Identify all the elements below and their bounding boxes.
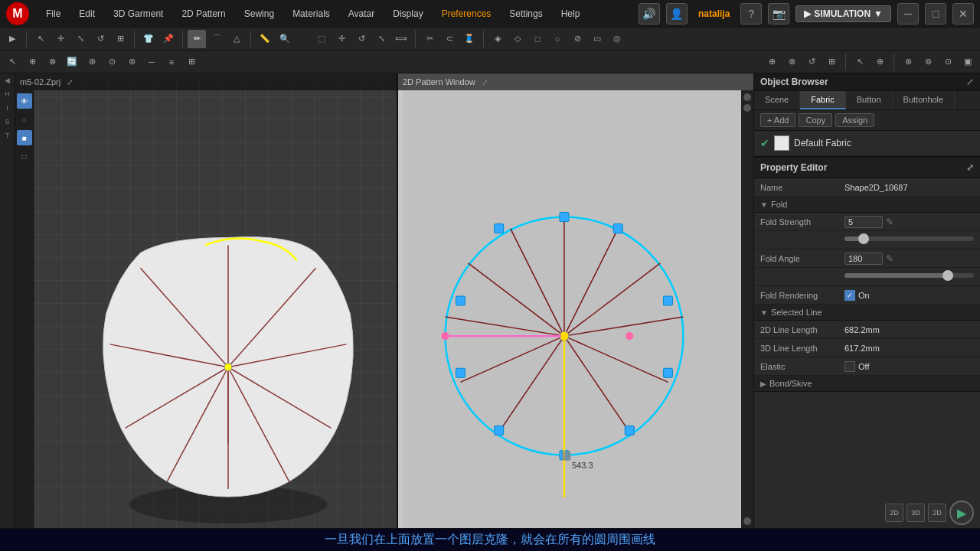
expand-icon[interactable]: ▶ xyxy=(3,30,21,48)
fold-angle-slider[interactable] xyxy=(844,273,974,278)
ls-btn5[interactable]: T xyxy=(2,132,14,144)
close-icon[interactable]: ✕ xyxy=(952,3,974,24)
2d-tool11[interactable]: ⊘ xyxy=(568,30,586,48)
menu-3d-garment[interactable]: 3D Garment xyxy=(106,5,171,22)
r2-2d-t2[interactable]: ⊗ xyxy=(782,53,801,71)
ob-copy-button[interactable]: Copy xyxy=(799,113,832,127)
view-2d3d-btn[interactable]: 2D xyxy=(928,504,946,522)
fold-angle-edit-icon[interactable]: ✎ xyxy=(886,253,893,264)
view-perspective[interactable]: 👁 xyxy=(17,93,32,109)
r2-t10[interactable]: ⊞ xyxy=(182,53,201,71)
menu-settings[interactable]: Settings xyxy=(501,5,550,22)
menu-file[interactable]: File xyxy=(38,5,68,22)
2d-tool7[interactable]: ◈ xyxy=(488,30,507,48)
2d-tool8[interactable]: ◇ xyxy=(508,30,527,48)
r2-2d-t8[interactable]: ⊚ xyxy=(919,53,937,71)
2d-tool12[interactable]: ▭ xyxy=(588,30,606,48)
view-2d-btn[interactable]: 2D xyxy=(885,504,903,522)
ob-add-button[interactable]: + Add xyxy=(760,113,795,127)
ls-btn4[interactable]: S xyxy=(2,118,14,130)
move-tool[interactable]: ✛ xyxy=(51,30,70,48)
2d-tool13[interactable]: ◎ xyxy=(608,30,626,48)
2d-select[interactable]: ⬚ xyxy=(312,30,331,48)
r2-2d-t1[interactable]: ⊕ xyxy=(763,53,781,71)
r2-t7[interactable]: ⊚ xyxy=(122,53,141,71)
2d-mirror[interactable]: ⟺ xyxy=(392,30,410,48)
fold-strength-slider[interactable] xyxy=(844,236,974,241)
speaker-icon[interactable]: 🔊 xyxy=(639,3,660,24)
r2-t8[interactable]: ─ xyxy=(142,53,161,71)
pe-elastic-toggle[interactable]: Off xyxy=(844,361,869,372)
2d-side-dot2[interactable] xyxy=(743,104,751,112)
menu-edit[interactable]: Edit xyxy=(71,5,103,22)
2d-move[interactable]: ✛ xyxy=(332,30,351,48)
fold-strength-field[interactable] xyxy=(844,216,883,228)
rotate-tool[interactable]: ↺ xyxy=(91,30,109,48)
r2-2d-t6[interactable]: ⊕ xyxy=(871,53,889,71)
r2-2d-t4[interactable]: ⊞ xyxy=(822,53,841,71)
view-front[interactable]: ○ xyxy=(17,112,32,127)
scale-tool[interactable]: ⤡ xyxy=(71,30,90,48)
view-wireframe[interactable]: □ xyxy=(17,148,32,164)
capture-icon[interactable]: 📷 xyxy=(768,3,789,24)
menu-display[interactable]: Display xyxy=(385,5,430,22)
tab-buttonhole[interactable]: Buttonhole xyxy=(893,91,956,109)
2d-expand-icon[interactable]: ⤢ xyxy=(482,78,488,86)
play-button[interactable]: ▶ xyxy=(949,500,974,525)
2d-merge[interactable]: ⊂ xyxy=(440,30,459,48)
2d-scale[interactable]: ⤡ xyxy=(372,30,390,48)
2d-side-dot1[interactable] xyxy=(743,93,751,101)
ls-btn2[interactable]: H xyxy=(2,90,14,103)
minimize-icon[interactable]: ─ xyxy=(897,3,919,24)
expand-panel-icon[interactable]: ⤢ xyxy=(67,78,73,86)
maximize-icon[interactable]: □ xyxy=(925,3,946,24)
menu-avatar[interactable]: Avatar xyxy=(341,5,382,22)
pin-tool[interactable]: 📌 xyxy=(159,30,178,48)
pe-bond-skive-section[interactable]: ▶ Bond/Skive xyxy=(754,376,980,392)
menu-preferences[interactable]: Preferences xyxy=(434,5,499,22)
fold-rendering-checkbox[interactable]: ✓ xyxy=(844,290,855,301)
zoom-tool[interactable]: 🔍 xyxy=(276,30,294,48)
r2-t4[interactable]: 🔄 xyxy=(63,53,81,71)
r2-2d-t9[interactable]: ⊙ xyxy=(939,53,957,71)
draw-tool[interactable]: ✏ xyxy=(188,30,206,48)
2d-cut[interactable]: ✂ xyxy=(420,30,439,48)
view-3d-btn[interactable]: 3D xyxy=(906,504,925,522)
r2-t3[interactable]: ⊗ xyxy=(43,53,61,71)
fold-angle-thumb[interactable] xyxy=(942,270,953,281)
ob-item-default-fabric[interactable]: ✔ Default Fabric xyxy=(754,131,980,156)
r2-t9[interactable]: ≡ xyxy=(162,53,181,71)
fold-strength-edit-icon[interactable]: ✎ xyxy=(886,217,893,227)
garment-tool[interactable]: 👕 xyxy=(139,30,158,48)
ls-btn1[interactable]: ◀ xyxy=(2,77,14,89)
select-tool[interactable]: ↖ xyxy=(31,30,50,48)
2d-sew[interactable]: 🧵 xyxy=(460,30,479,48)
ob-expand-icon[interactable]: ⤢ xyxy=(966,77,974,87)
2d-rotate[interactable]: ↺ xyxy=(352,30,371,48)
tab-fabric[interactable]: Fabric xyxy=(800,91,846,109)
elastic-checkbox[interactable] xyxy=(844,361,855,372)
2d-tool9[interactable]: □ xyxy=(528,30,547,48)
pe-selected-line-section[interactable]: ▼ Selected Line xyxy=(754,305,980,321)
measure-tool[interactable]: 📏 xyxy=(256,30,274,48)
view-rendered[interactable]: ■ xyxy=(17,130,32,145)
menu-sewing[interactable]: Sewing xyxy=(237,5,282,22)
user-icon[interactable]: 👤 xyxy=(666,3,688,24)
tab-button[interactable]: Button xyxy=(846,91,893,109)
ob-assign-button[interactable]: Assign xyxy=(835,113,874,127)
help-icon[interactable]: ? xyxy=(740,3,762,24)
r2-2d-t5[interactable]: ↖ xyxy=(851,53,869,71)
tab-scene[interactable]: Scene xyxy=(754,91,800,109)
fold-strength-thumb[interactable] xyxy=(858,233,869,244)
menu-help[interactable]: Help xyxy=(554,5,588,22)
r2-t2[interactable]: ⊕ xyxy=(23,53,41,71)
2d-side-dot3[interactable] xyxy=(743,517,751,525)
r2-t1[interactable]: ↖ xyxy=(3,53,21,71)
pe-expand-icon[interactable]: ⤢ xyxy=(966,162,974,173)
fold-angle-field[interactable] xyxy=(844,253,883,265)
r2-2d-t10[interactable]: ▣ xyxy=(959,53,977,71)
ls-btn3[interactable]: I xyxy=(2,104,14,116)
menu-materials[interactable]: Materials xyxy=(285,5,338,22)
simulation-button[interactable]: ▶ SIMULATION ▼ xyxy=(795,5,891,22)
r2-2d-t7[interactable]: ⊛ xyxy=(899,53,917,71)
